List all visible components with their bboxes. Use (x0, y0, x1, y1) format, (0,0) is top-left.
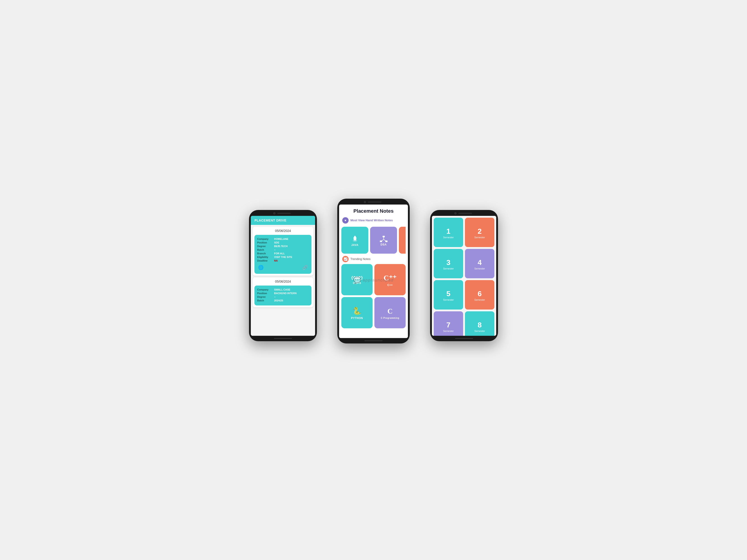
cpp-label: C++ (387, 284, 393, 287)
card2-date: 05/06/2024 (253, 277, 313, 286)
semester-8-num: 8 (478, 321, 482, 329)
card1-value-branch: FOR ALL (274, 252, 285, 255)
card1-label-eligibility: Eligibility (257, 256, 274, 258)
left-phone-screen: PLACEMENT DRIVE 05/06/2024 Company HOMEL… (251, 216, 315, 336)
right-phone-screen: 1 Semester 2 Semester 3 Semester (432, 216, 496, 336)
card2-value-position: BACKEND INTERN (274, 292, 297, 295)
card1-value-degree: BE/B.TECH (274, 245, 287, 247)
semester-5-card[interactable]: 5 Semester (434, 280, 463, 310)
cpp-card[interactable]: C⁺⁺ C++ (375, 264, 406, 295)
card2-row-position: Position BACKEND INTERN (257, 292, 309, 295)
globe-icon[interactable]: 🌐 (258, 265, 264, 270)
oops-icon: {OOP} (351, 275, 363, 280)
app-title: Placement Notes (339, 205, 408, 216)
oops-label: OOPS (353, 282, 361, 285)
card1-row-degree: Degree BE/B.TECH (257, 245, 309, 247)
semester-3-num: 3 (446, 258, 450, 267)
center-phone-bottom (337, 338, 410, 344)
semester-7-card[interactable]: 7 Semester (434, 311, 463, 336)
card1-label-company: Company (257, 238, 274, 240)
left-camera (273, 212, 276, 214)
dsa-label: DSA (381, 243, 387, 246)
card1-row-position: Position SDE (257, 241, 309, 244)
card1-value-deadline: NA (274, 259, 278, 262)
card1-row-eligibility: Eligibility VISIT THE SITE (257, 256, 309, 258)
card2-row-batch: Batch 2024/25 (257, 299, 309, 302)
placement-drive-header: PLACEMENT DRIVE (251, 216, 315, 225)
python-label: PYTHON (351, 317, 363, 320)
card2-label-batch: Batch (257, 299, 274, 302)
svg-line-5 (381, 239, 384, 241)
card1-row-company: Company HOMELANE (257, 238, 309, 240)
java-card[interactable]: JAVA (341, 227, 368, 254)
oops-card[interactable]: {OOP} OOPS (341, 264, 372, 295)
card2-value-batch: 2024/25 (274, 299, 283, 302)
semester-2-label: Semester (474, 236, 485, 239)
right-phone-top (430, 210, 498, 216)
left-phone-bottom (249, 336, 317, 341)
card2-label-degree: Degree (257, 295, 274, 298)
c-card[interactable]: C C Programming (375, 297, 406, 328)
semester-7-num: 7 (446, 321, 450, 329)
java-label: JAVA (351, 243, 358, 247)
right-home-bar (455, 338, 473, 339)
notes-row-2: {OOP} OOPS C⁺⁺ C++ (339, 263, 408, 295)
left-phone-top (249, 210, 317, 216)
placement-card-1: 05/06/2024 Company HOMELANE Position SDE… (253, 227, 313, 275)
c-icon: C (387, 307, 392, 315)
card1-label-branch: Branch (257, 252, 274, 255)
notes-row-1: JAVA DSA (339, 225, 408, 254)
card1-body: Company HOMELANE Position SDE Degree BE/… (254, 235, 311, 274)
card2-row-company: Company SMALL CASE (257, 288, 309, 291)
share-icon[interactable]: 🔗 (302, 265, 308, 270)
heart-icon: ♥ (342, 217, 349, 223)
semester-8-card[interactable]: 8 Semester (465, 311, 494, 336)
center-screen-content: Placement Notes ♥ Most View Hand Written… (339, 205, 408, 338)
semester-4-label: Semester (474, 267, 485, 270)
most-view-text: Most View Hand Written Notes (351, 219, 393, 222)
left-home-bar (274, 338, 292, 339)
java-icon (351, 234, 359, 243)
dsa-card[interactable]: DSA (370, 227, 397, 254)
card1-value-company: HOMELANE (274, 238, 288, 240)
semester-6-num: 6 (478, 290, 482, 298)
cpp-icon: C⁺⁺ (384, 273, 396, 282)
svg-rect-1 (383, 236, 385, 237)
right-camera (454, 212, 457, 214)
semester-2-card[interactable]: 2 Semester (465, 218, 494, 247)
center-camera (364, 201, 366, 203)
card1-date: 05/06/2024 (253, 227, 313, 235)
center-speaker (368, 202, 381, 203)
semester-3-card[interactable]: 3 Semester (434, 249, 463, 278)
semester-grid: 1 Semester 2 Semester 3 Semester (434, 218, 494, 336)
card2-value-company: SMALL CASE (274, 288, 290, 291)
right-screen-content: 1 Semester 2 Semester 3 Semester (432, 216, 496, 336)
card1-value-eligibility: VISIT THE SITE (274, 256, 292, 258)
semester-6-card[interactable]: 6 Semester (465, 280, 494, 310)
c-label: C Programming (381, 317, 399, 319)
partial-card (399, 227, 406, 254)
card1-value-batch: – (274, 248, 276, 251)
card2-label-company: Company (257, 288, 274, 291)
dsa-icon (380, 235, 388, 243)
semester-6-label: Semester (474, 298, 485, 301)
left-screen-content: PLACEMENT DRIVE 05/06/2024 Company HOMEL… (251, 216, 315, 336)
python-card[interactable]: 🐍 PYTHON (341, 297, 372, 328)
semester-5-label: Semester (443, 298, 454, 301)
semester-1-card[interactable]: 1 Semester (434, 218, 463, 247)
python-icon: 🐍 (353, 306, 361, 315)
placement-card-2: 05/06/2024 Company SMALL CASE Position B… (253, 277, 313, 307)
card1-label-batch: Batch (257, 248, 274, 251)
most-view-row[interactable]: ♥ Most View Hand Written Notes (339, 216, 408, 225)
semester-4-card[interactable]: 4 Semester (465, 249, 494, 278)
card1-label-degree: Degree (257, 245, 274, 247)
semester-5-num: 5 (446, 290, 450, 298)
card2-label-position: Position (257, 292, 274, 295)
card1-row-batch: Batch – (257, 248, 309, 251)
card1-row-branch: Branch FOR ALL (257, 252, 309, 255)
semester-3-label: Semester (443, 267, 454, 270)
card1-label-deadline: Deadline (257, 259, 274, 262)
center-phone-screen: Placement Notes ♥ Most View Hand Written… (339, 205, 408, 338)
svg-line-6 (384, 239, 386, 241)
card2-row-degree: Degree – (257, 295, 309, 298)
